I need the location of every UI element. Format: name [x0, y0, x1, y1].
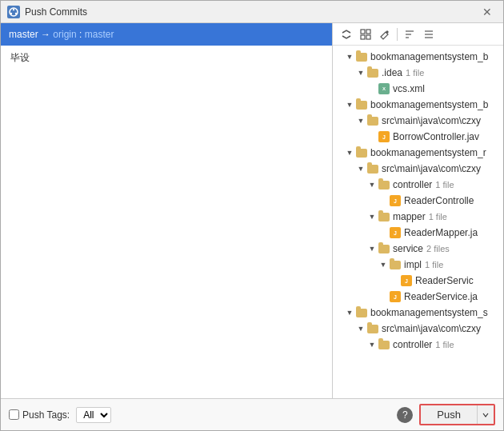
tree-item[interactable]: ▼ controller 1 file: [333, 177, 503, 193]
branch-separator: :: [77, 29, 85, 40]
tree-label: controller: [393, 179, 432, 190]
tree-label: bookmanagementsystem_b: [370, 99, 488, 110]
tree-item[interactable]: ▼ bookmanagementsystem_b: [333, 97, 503, 113]
tree-item[interactable]: J ReaderServic: [333, 273, 503, 289]
right-toolbar: [333, 23, 503, 46]
chevron-icon: ▼: [355, 67, 366, 78]
branch-remote[interactable]: origin: [53, 29, 76, 40]
tree-item[interactable]: ▼ src\main\java\com\czxy: [333, 113, 503, 129]
tree-item[interactable]: ▼ src\main\java\com\czxy: [333, 161, 503, 177]
tree-item[interactable]: X vcs.xml: [333, 81, 503, 97]
tree-item[interactable]: ▼ service 2 files: [333, 241, 503, 257]
close-button[interactable]: ✕: [478, 2, 497, 22]
branch-from: master: [9, 29, 38, 40]
branch-to[interactable]: master: [85, 29, 114, 40]
chevron-icon: ▼: [355, 163, 366, 174]
file-count: 2 files: [426, 244, 450, 253]
tree-item[interactable]: ▼ bookmanagementsystem_b: [333, 49, 503, 65]
chevron-icon: ▼: [366, 243, 378, 254]
expand-button[interactable]: [338, 26, 355, 43]
folder-icon: [366, 66, 379, 79]
commit-item[interactable]: 毕设: [7, 49, 326, 67]
tree-label: .idea: [382, 67, 402, 78]
chevron-icon: ▼: [378, 259, 389, 270]
tree-item[interactable]: ▼ bookmanagementsystem_s: [333, 305, 503, 321]
push-commits-dialog: Push Commits ✕ master → origin : master …: [0, 0, 504, 431]
tree-label: service: [393, 243, 423, 254]
tree-label: vcs.xml: [393, 83, 425, 94]
toolbar-separator: [397, 28, 398, 41]
folder-icon: [355, 146, 368, 159]
tree-item[interactable]: J BorrowController.jav: [333, 129, 503, 145]
chevron-icon: ▼: [366, 179, 378, 190]
push-tags-group: Push Tags:: [9, 409, 70, 421]
push-tags-select[interactable]: All: [76, 407, 111, 423]
java-file-icon: J: [389, 194, 402, 207]
folder-icon: [378, 210, 390, 223]
group-button[interactable]: [357, 26, 374, 43]
bottom-bar: Push Tags: All ? Push: [1, 398, 503, 430]
tree-item[interactable]: ▼ .idea 1 file: [333, 65, 503, 81]
java-file-icon: J: [389, 290, 402, 303]
title-bar: Push Commits ✕: [1, 1, 503, 23]
tree-label: mapper: [393, 211, 426, 222]
svg-rect-5: [366, 30, 370, 34]
push-tags-checkbox[interactable]: [9, 409, 19, 420]
tree-label: BorrowController.jav: [393, 131, 479, 142]
svg-point-3: [15, 12, 17, 14]
tree-item[interactable]: ▼ mapper 1 file: [333, 209, 503, 225]
left-panel: master → origin : master 毕设: [1, 23, 333, 398]
svg-point-2: [10, 12, 12, 14]
chevron-icon: ▼: [344, 51, 355, 62]
spacer: [366, 83, 378, 94]
tree-label: src\main\java\com\czxy: [382, 323, 481, 334]
chevron-icon: ▼: [366, 339, 378, 350]
file-count: 1 file: [435, 340, 454, 349]
tree-label: src\main\java\com\czxy: [382, 163, 481, 174]
svg-rect-4: [361, 30, 365, 34]
help-button[interactable]: ?: [397, 407, 413, 423]
tree-item[interactable]: ▼ bookmanagementsystem_r: [333, 145, 503, 161]
branch-header: master → origin : master: [1, 23, 332, 46]
file-count: 1 file: [406, 68, 424, 78]
push-button[interactable]: Push: [421, 405, 477, 424]
main-content: master → origin : master 毕设: [1, 23, 503, 398]
tree-item[interactable]: ▼ controller 1 file: [333, 337, 503, 353]
spacer: [378, 195, 389, 206]
folder-icon: [378, 242, 390, 255]
chevron-icon: ▼: [344, 147, 355, 158]
file-count: 1 file: [435, 180, 454, 190]
dialog-title: Push Commits: [25, 6, 478, 18]
settings-button[interactable]: [420, 26, 438, 43]
branch-arrow: →: [38, 29, 54, 40]
tree-item[interactable]: ▼ src\main\java\com\czxy: [333, 321, 503, 337]
sort-button[interactable]: [401, 26, 418, 43]
tree-item[interactable]: J ReaderMapper.ja: [333, 225, 503, 241]
folder-icon: [378, 178, 390, 191]
tree-label: bookmanagementsystem_s: [370, 307, 488, 318]
chevron-icon: ▼: [355, 115, 366, 126]
folder-icon: [389, 258, 402, 271]
chevron-icon: ▼: [355, 323, 366, 334]
chevron-icon: ▼: [366, 211, 378, 222]
chevron-icon: ▼: [344, 99, 355, 110]
edit-button[interactable]: [376, 26, 394, 43]
tree-item[interactable]: J ReaderService.ja: [333, 289, 503, 305]
tree-label: src\main\java\com\czxy: [382, 115, 481, 126]
java-file-icon: J: [389, 226, 402, 239]
tree-label: ReaderServic: [415, 275, 474, 286]
tree-label: ReaderMapper.ja: [404, 227, 478, 238]
folder-icon: [366, 162, 379, 175]
push-button-group: Push: [419, 404, 495, 425]
tree-item[interactable]: J ReaderControlle: [333, 193, 503, 209]
commits-list: 毕设: [1, 46, 332, 398]
folder-icon: [355, 98, 368, 111]
spacer: [378, 291, 389, 302]
file-count: 1 file: [425, 260, 443, 269]
file-count: 1 file: [429, 212, 447, 221]
push-dropdown-button[interactable]: [477, 405, 494, 424]
app-icon: [7, 6, 20, 18]
folder-icon: [355, 50, 368, 63]
tree-item[interactable]: ▼ impl 1 file: [333, 257, 503, 273]
tree-label: bookmanagementsystem_b: [370, 51, 488, 62]
